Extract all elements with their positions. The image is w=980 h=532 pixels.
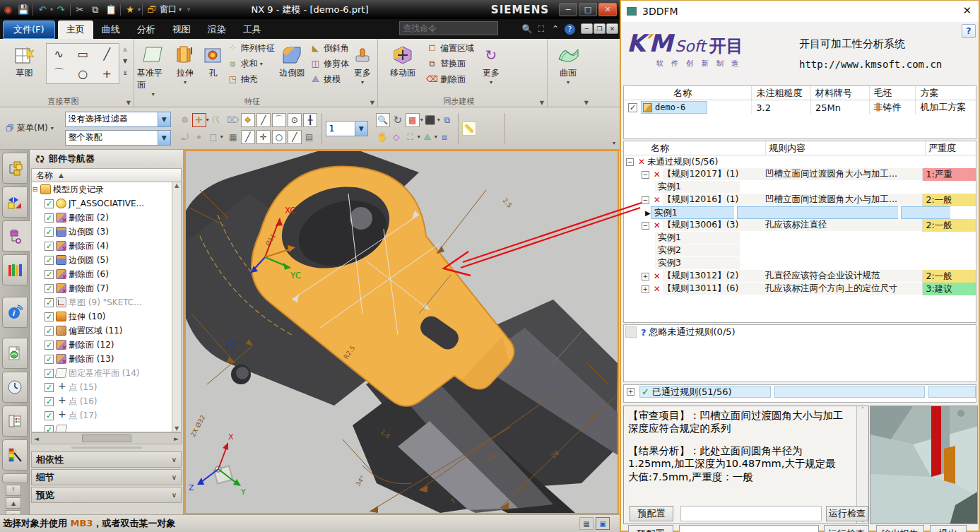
marquee-icon[interactable]: ⬚ <box>206 130 220 144</box>
roles-tab[interactable] <box>2 406 28 437</box>
scroll-thumb[interactable] <box>82 435 131 442</box>
tab-view[interactable]: 视图 <box>164 20 199 39</box>
snap-circle-icon[interactable]: ○ <box>272 130 286 144</box>
run-check-button[interactable]: 运行检查 <box>824 525 869 532</box>
rule-group-row[interactable]: − ✕ 未通过规则(5/56) <box>624 155 976 168</box>
instance-row[interactable]: 实例1 <box>624 232 976 244</box>
arc-icon[interactable]: ⌒ <box>47 64 71 83</box>
tree-row[interactable]: ✓删除面 (12) <box>32 338 181 352</box>
pattern-feature-button[interactable]: ⁘阵列特征 <box>225 40 276 56</box>
fullscreen-icon[interactable]: ⛶ <box>534 22 548 36</box>
group-dialog-launcher[interactable]: ▼ <box>126 100 131 106</box>
tree-row[interactable]: ✓删除面 (2) <box>32 211 181 225</box>
collapse-icon[interactable]: − <box>642 222 649 230</box>
preview-panel[interactable]: 预览∨ <box>31 487 182 503</box>
part-row[interactable]: ✓ demo-6 3.2 25Mn 非铸件 机加工方案 <box>624 100 976 114</box>
expand-icon[interactable]: + <box>642 285 649 293</box>
section-view-icon[interactable]: ⛶ <box>403 130 418 144</box>
edit-section-icon[interactable]: ⧈ <box>437 130 451 144</box>
snap-midpoint-icon[interactable]: ✛ <box>256 130 271 144</box>
perspective-icon[interactable]: ◇ <box>389 130 403 144</box>
part-name-chip[interactable]: demo-6 <box>641 101 707 114</box>
preconfig-button-inner[interactable]: 预配置 <box>630 506 673 521</box>
offset-region-button[interactable]: ⧠偏置区域 <box>425 40 476 56</box>
tree-row[interactable]: ✓删除面 (13) <box>32 352 181 366</box>
sketch-more-down[interactable]: ▼ <box>123 58 127 64</box>
tree-row[interactable]: ✓JT_ASSOCIATIVE... <box>32 196 181 211</box>
snap-endpoint-icon[interactable]: ╱ <box>241 130 255 144</box>
rectangle-icon[interactable]: ▭ <box>71 44 95 64</box>
checkbox-checked-icon[interactable]: ✓ <box>45 312 54 321</box>
eraser-icon[interactable]: ⌦ <box>226 113 240 127</box>
snap-arc-icon[interactable]: ⌒ <box>272 113 286 127</box>
sketch-button[interactable]: 草图 <box>3 40 46 79</box>
col-plan[interactable]: 方案 <box>916 86 976 100</box>
delete-face-button[interactable]: ⌫删除面 <box>425 71 476 87</box>
group-surface-launcher[interactable]: ▼ <box>584 100 589 106</box>
window-cascade-icon[interactable]: ⧉ <box>440 113 454 127</box>
resource-scroll-up-icon[interactable]: ▲ <box>6 497 21 509</box>
checkbox-checked-icon[interactable]: ✓ <box>45 270 54 279</box>
save-icon[interactable]: 💾 <box>16 3 31 17</box>
snap-diag-icon[interactable]: ╱ <box>288 130 302 144</box>
draft-button[interactable]: ⟁拔模 <box>308 71 350 87</box>
tree-row[interactable]: ✓删除面 (4) <box>32 239 181 253</box>
rules-col-name[interactable]: 名称 <box>624 142 765 155</box>
expander-icon[interactable]: ⊟ <box>32 186 38 193</box>
preconfig-button[interactable]: 预配置 <box>628 525 673 532</box>
rule-row[interactable]: + ✕ 【规则13012】(2) 孔直径应该符合企业设计规范 2:一般 <box>624 270 976 283</box>
dfm-help-icon[interactable]: ? <box>962 24 976 38</box>
assembly-navigator-tab[interactable] <box>2 153 28 184</box>
hole-button[interactable]: 孔 <box>201 40 225 79</box>
instance-row-selected[interactable]: ▶ 实例1 <box>624 206 976 219</box>
minimize-button[interactable]: ─ <box>559 3 577 16</box>
snap-center-icon[interactable]: ⊙ <box>288 113 302 127</box>
tree-row-history[interactable]: ⊟模型历史记录 <box>32 182 181 196</box>
ignored-rules-label[interactable]: 忽略未通过规则(0/5) <box>649 326 736 338</box>
redo-icon[interactable]: ↷ <box>53 3 69 17</box>
circle-icon[interactable]: ○ <box>71 64 95 83</box>
config-field-inner[interactable] <box>680 506 822 521</box>
replace-face-button[interactable]: ⧉替换面 <box>425 56 476 71</box>
tree-vscrollbar[interactable]: ▲▼ <box>172 182 181 432</box>
checkbox-checked-icon[interactable]: ✓ <box>45 326 54 336</box>
minimize-ribbon-icon[interactable]: ⌃ <box>548 22 562 36</box>
system-materials-tab[interactable]: ✦ <box>2 439 28 471</box>
instance-row[interactable]: 实例1 <box>624 181 976 194</box>
tree-column-header[interactable]: 名称 ▲ <box>31 168 182 182</box>
snap-point-toggle-icon[interactable]: ❖ <box>241 113 255 127</box>
pan-icon[interactable]: 🖐 <box>375 130 389 144</box>
doc-minimize-icon[interactable]: ─ <box>581 23 593 34</box>
unite-button[interactable]: ⧈求和▾ <box>225 56 276 71</box>
combo-arrow-icon[interactable]: ▼ <box>158 112 170 126</box>
combo-arrow-icon[interactable]: ▼ <box>158 131 170 145</box>
tab-file[interactable]: 文件(F) <box>3 20 55 39</box>
copy-icon[interactable]: ⧉ <box>88 3 103 17</box>
rotate-view-icon[interactable]: ↻ <box>391 113 405 127</box>
fit-view-icon[interactable]: ▩ <box>406 113 420 127</box>
tree-row[interactable]: ✓固定基准平面 (14) <box>32 366 181 380</box>
process-history-tab[interactable] <box>2 372 28 403</box>
snap-table-icon[interactable]: ▤ <box>302 130 317 144</box>
checkbox-checked-icon[interactable]: ✓ <box>45 242 54 251</box>
tree-row[interactable]: ✓偏置区域 (11) <box>32 324 181 338</box>
tree-row[interactable]: ✓拉伸 (10) <box>32 309 181 324</box>
feature-more-button[interactable]: 更多▾ <box>350 40 374 85</box>
deselect-icon[interactable]: ☈ <box>209 113 223 127</box>
rules-col-content[interactable]: 规则内容 <box>765 141 925 155</box>
close-button[interactable]: ✕ <box>598 3 617 16</box>
tree-row[interactable]: ✓删除面 (6) <box>32 267 181 281</box>
resource-scroll-top-icon[interactable]: ⤒ <box>6 485 21 496</box>
selection-scope-combo[interactable]: 整个装配▼ <box>65 130 171 146</box>
status-fit-icon[interactable]: ▣ <box>596 517 610 530</box>
checkbox-checked-icon[interactable]: ✓ <box>45 284 54 293</box>
sketch-expand[interactable]: ⊻ <box>123 70 127 76</box>
col-blank[interactable]: 毛坯 <box>870 86 916 100</box>
tree-row[interactable]: ✓边倒圆 (5) <box>32 253 181 267</box>
collapse-icon[interactable]: − <box>642 196 649 204</box>
paste-icon[interactable]: 📋 <box>103 3 119 17</box>
chevron-down-icon[interactable]: ∨ <box>172 456 177 463</box>
group-feature-launcher[interactable]: ▼ <box>370 100 374 106</box>
group-sync-launcher[interactable]: ▼ <box>540 100 544 106</box>
defect-preview-image[interactable] <box>870 406 978 524</box>
